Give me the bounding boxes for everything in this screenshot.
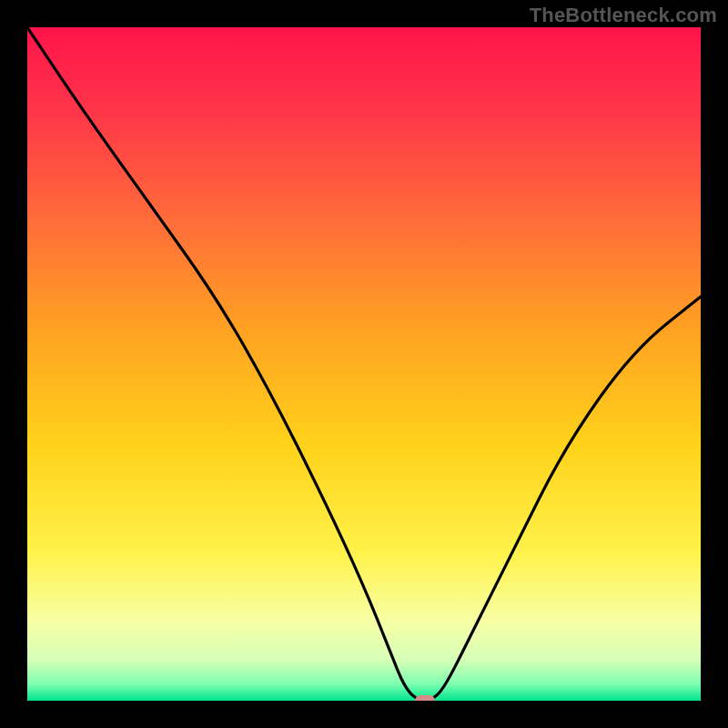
optimal-point-marker xyxy=(415,695,435,701)
plot-area xyxy=(27,27,701,701)
watermark-text: TheBottleneck.com xyxy=(530,4,717,27)
chart-frame: TheBottleneck.com xyxy=(0,0,728,728)
bottleneck-curve xyxy=(27,27,701,701)
